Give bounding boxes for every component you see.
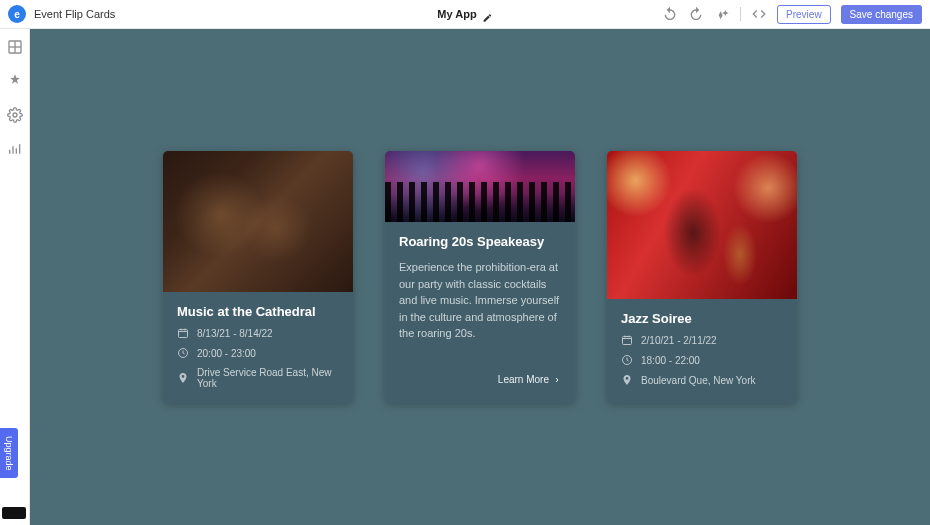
redo-icon[interactable] — [688, 6, 704, 22]
layout-icon[interactable] — [7, 39, 23, 55]
event-time: 20:00 - 23:00 — [197, 348, 256, 359]
event-title: Jazz Soiree — [621, 311, 783, 326]
upgrade-tab[interactable]: Upgrade — [0, 428, 18, 478]
toolbar-right: Preview Save changes — [662, 5, 922, 24]
toolbar-left: e Event Flip Cards — [8, 5, 115, 23]
clock-icon — [621, 354, 633, 366]
settings-icon[interactable] — [7, 107, 23, 123]
calendar-icon — [621, 334, 633, 346]
event-time-row: 20:00 - 23:00 — [177, 347, 339, 359]
event-card[interactable]: Jazz Soiree 2/10/21 - 2/11/22 18:00 - 22… — [607, 151, 797, 403]
edit-icon[interactable] — [483, 9, 493, 19]
app-name: My App — [437, 8, 476, 20]
toolbar-separator — [740, 7, 741, 21]
event-location-row: Boulevard Que, New York — [621, 374, 783, 386]
event-time-row: 18:00 - 22:00 — [621, 354, 783, 366]
learn-more-link[interactable]: Learn More — [498, 370, 561, 389]
chevron-right-icon — [553, 376, 561, 384]
magic-icon[interactable] — [714, 6, 730, 22]
event-date: 2/10/21 - 2/11/22 — [641, 335, 717, 346]
top-toolbar: e Event Flip Cards My App Preview Save c… — [0, 0, 930, 29]
event-location: Boulevard Que, New York — [641, 375, 756, 386]
event-date-row: 8/13/21 - 8/14/22 — [177, 327, 339, 339]
page-name: Event Flip Cards — [34, 8, 115, 20]
event-date: 8/13/21 - 8/14/22 — [197, 328, 273, 339]
event-location-row: Drive Service Road East, New York — [177, 367, 339, 389]
event-card-body: Music at the Cathedral 8/13/21 - 8/14/22… — [163, 292, 353, 403]
app-logo-icon[interactable]: e — [8, 5, 26, 23]
event-description: Experience the prohibition-era at our pa… — [399, 259, 561, 342]
plugin-icon[interactable] — [7, 73, 23, 89]
event-location: Drive Service Road East, New York — [197, 367, 339, 389]
event-card-body: Jazz Soiree 2/10/21 - 2/11/22 18:00 - 22… — [607, 299, 797, 400]
event-time: 18:00 - 22:00 — [641, 355, 700, 366]
learn-more-label: Learn More — [498, 374, 549, 385]
calendar-icon — [177, 327, 189, 339]
event-date-row: 2/10/21 - 2/11/22 — [621, 334, 783, 346]
event-image — [385, 151, 575, 222]
svg-point-3 — [13, 113, 17, 117]
pin-icon — [621, 374, 633, 386]
event-image — [607, 151, 797, 299]
svg-rect-4 — [179, 330, 188, 338]
event-title: Music at the Cathedral — [177, 304, 339, 319]
toolbar-center: My App — [437, 8, 492, 20]
pin-icon — [177, 372, 189, 384]
undo-icon[interactable] — [662, 6, 678, 22]
event-title: Roaring 20s Speakeasy — [399, 234, 561, 249]
code-icon[interactable] — [751, 6, 767, 22]
preview-button[interactable]: Preview — [777, 5, 831, 24]
svg-rect-9 — [623, 337, 632, 345]
save-changes-button[interactable]: Save changes — [841, 5, 922, 24]
event-card[interactable]: Roaring 20s Speakeasy Experience the pro… — [385, 151, 575, 403]
event-card[interactable]: Music at the Cathedral 8/13/21 - 8/14/22… — [163, 151, 353, 403]
canvas-area: Music at the Cathedral 8/13/21 - 8/14/22… — [30, 29, 930, 525]
event-image — [163, 151, 353, 292]
clock-icon — [177, 347, 189, 359]
bottom-badge-icon[interactable] — [2, 507, 26, 519]
analytics-icon[interactable] — [7, 141, 23, 157]
event-card-body: Roaring 20s Speakeasy Experience the pro… — [385, 222, 575, 403]
